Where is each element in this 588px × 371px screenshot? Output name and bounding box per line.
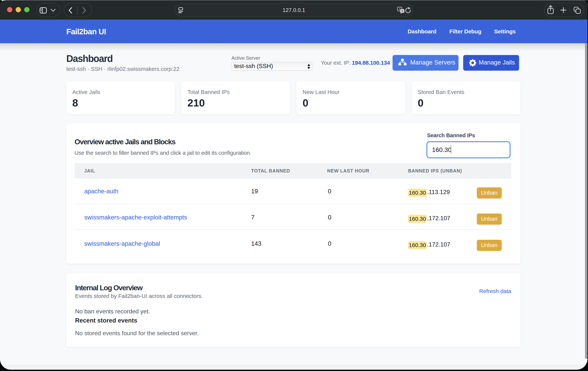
svg-text:文: 文 — [401, 9, 404, 12]
